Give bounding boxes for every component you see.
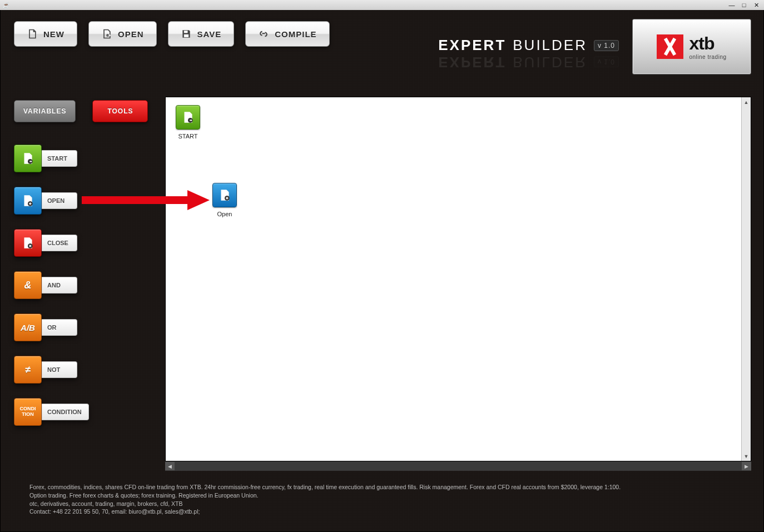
new-button-label: NEW	[43, 29, 65, 39]
or-icon: A/B	[14, 314, 42, 341]
start-icon	[14, 145, 42, 172]
footer-line-2: Option trading. Free forex charts & quot…	[29, 491, 741, 500]
app-title-light: BUILDER	[513, 37, 587, 54]
file-new-icon	[27, 28, 38, 39]
scroll-left-icon[interactable]: ◀	[165, 462, 175, 470]
condition-icon: CONDITION	[14, 398, 42, 426]
tool-open[interactable]: OPEN	[14, 187, 153, 215]
tool-close[interactable]: CLOSE	[14, 229, 153, 257]
tool-not-label: NOT	[41, 361, 77, 378]
xtb-logo-name: xtb	[689, 33, 726, 54]
maximize-button[interactable]: □	[738, 2, 750, 9]
new-button[interactable]: NEW	[14, 21, 77, 47]
tool-condition-label: CONDITION	[41, 404, 89, 420]
save-icon	[181, 28, 192, 39]
window-titlebar: ☕ — □ ✕	[0, 0, 764, 10]
and-icon: &	[14, 271, 42, 299]
open-button-label: OPEN	[118, 29, 144, 39]
close-window-button[interactable]: ✕	[750, 2, 762, 9]
tab-variables[interactable]: VARIABLES	[14, 100, 76, 122]
tool-not[interactable]: ≠ NOT	[14, 356, 153, 384]
app-title: EXPERT BUILDER v 1.0	[438, 37, 619, 54]
app-version: v 1.0	[594, 40, 619, 51]
canvas-start-label: START	[176, 133, 200, 140]
scroll-right-icon[interactable]: ▶	[742, 462, 751, 470]
tool-start-label: START	[41, 150, 77, 167]
footer-line-1: Forex, commodities, indices, shares CFD …	[29, 483, 741, 491]
canvas-node-open[interactable]: Open	[212, 183, 237, 217]
java-icon: ☕	[2, 1, 9, 9]
tool-open-label: OPEN	[41, 192, 77, 209]
canvas-open-icon	[212, 183, 237, 207]
canvas-open-label: Open	[212, 211, 237, 217]
svg-rect-1	[183, 31, 187, 33]
tool-and-label: AND	[41, 277, 77, 294]
tool-or[interactable]: A/B OR	[14, 314, 153, 341]
scroll-down-icon[interactable]: ▼	[742, 451, 751, 461]
tool-or-label: OR	[41, 319, 77, 336]
scroll-up-icon[interactable]: ▲	[742, 97, 751, 107]
not-icon: ≠	[14, 356, 42, 384]
close-tool-icon	[14, 229, 42, 257]
app-title-reflection: EXPERT BUILDER v 1.0	[438, 53, 619, 71]
canvas-start-icon	[176, 105, 200, 130]
vertical-scrollbar[interactable]: ▲ ▼	[741, 97, 751, 461]
open-tool-icon	[14, 187, 42, 215]
footer-line-4: Contact: +48 22 201 95 50, 70, email: bi…	[29, 508, 741, 516]
file-open-icon	[101, 28, 112, 39]
footer-text: Forex, commodities, indices, shares CFD …	[29, 483, 741, 516]
save-button-label: SAVE	[197, 29, 222, 39]
tools-panel: VARIABLES TOOLS START OPEN CLOSE & AND	[14, 100, 153, 440]
xtb-logo-tagline: online trading	[689, 54, 726, 60]
canvas-node-start[interactable]: START	[176, 105, 200, 140]
compile-button-label: COMPILE	[275, 29, 316, 39]
tab-tools[interactable]: TOOLS	[92, 100, 148, 122]
tool-condition[interactable]: CONDITION CONDITION	[14, 398, 153, 426]
app-title-bold: EXPERT	[438, 37, 506, 54]
svg-rect-2	[183, 34, 188, 37]
xtb-logo-icon	[657, 34, 683, 59]
open-button[interactable]: OPEN	[88, 21, 157, 47]
compile-icon	[258, 28, 269, 39]
minimize-button[interactable]: —	[726, 2, 738, 9]
canvas[interactable]: START Open ▲ ▼	[165, 97, 751, 461]
footer-line-3: otc, derivatives, account, trading, marg…	[29, 500, 741, 508]
compile-button[interactable]: COMPILE	[245, 21, 329, 47]
xtb-logo: xtb online trading	[632, 19, 751, 74]
main-toolbar: NEW OPEN SAVE COMPILE	[14, 21, 330, 47]
tool-close-label: CLOSE	[41, 235, 77, 251]
tool-and[interactable]: & AND	[14, 271, 153, 299]
tool-start[interactable]: START	[14, 145, 153, 172]
horizontal-scrollbar[interactable]: ◀ ▶	[165, 461, 751, 471]
save-button[interactable]: SAVE	[168, 21, 235, 47]
